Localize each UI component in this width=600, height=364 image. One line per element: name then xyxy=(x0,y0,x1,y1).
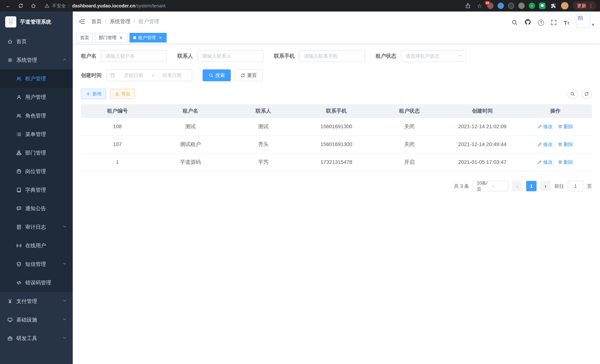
tenant-name-input[interactable] xyxy=(101,50,167,62)
search-toggle-button[interactable] xyxy=(567,89,578,99)
tab-tenant[interactable]: 租户管理 × xyxy=(130,33,167,42)
caret-down-icon: ▾ xyxy=(592,23,594,28)
sidebar-item-user[interactable]: 用户管理 xyxy=(0,88,73,106)
help-icon[interactable]: ? xyxy=(538,20,544,29)
edit-button[interactable]: 修改 xyxy=(537,123,553,130)
status-select[interactable]: 请选择租户状态 xyxy=(401,50,467,62)
app-title: 芋道管理系统 xyxy=(20,18,51,25)
prev-page-button[interactable]: ‹ xyxy=(512,181,523,191)
extension-icon-adblock[interactable]: 10 xyxy=(487,3,494,9)
signal-icon xyxy=(16,243,21,248)
date-separator: - xyxy=(152,73,154,78)
sidebar-item-label: 支付管理 xyxy=(16,298,37,305)
tab-home[interactable]: 首页 xyxy=(76,33,93,42)
url-host: dashboard.yudao.iocoder.cn xyxy=(72,3,135,8)
cell-created: 2021-12-14 21:02:09 xyxy=(446,118,519,135)
chevron-down-icon xyxy=(62,298,67,304)
sidebar-item-audit-log[interactable]: 审计日志 xyxy=(0,218,73,236)
bookmark-star-icon[interactable]: ☆ xyxy=(476,1,483,10)
browser-profile-avatar[interactable] xyxy=(561,2,568,9)
browser-home-icon[interactable] xyxy=(29,1,38,10)
sidebar-item-sms[interactable]: 短信管理 xyxy=(0,255,73,273)
reset-button[interactable]: 重置 xyxy=(234,69,263,81)
sidebar-item-system[interactable]: 系统管理 xyxy=(0,51,73,69)
extension-icon-blue[interactable] xyxy=(497,3,504,9)
next-page-button[interactable]: › xyxy=(540,181,551,191)
sidebar-item-home[interactable]: 首页 xyxy=(0,32,73,51)
chevron-up-icon xyxy=(62,57,67,63)
close-icon[interactable]: × xyxy=(118,35,123,40)
contact-input[interactable] xyxy=(197,50,263,62)
tab-label: 租户管理 xyxy=(138,35,156,41)
sidebar-collapse-icon[interactable] xyxy=(79,18,85,25)
sidebar-item-post[interactable]: 岗位管理 xyxy=(0,162,73,181)
column-header-phone: 联系手机 xyxy=(300,104,373,118)
sidebar-item-tenant[interactable]: 租户管理 xyxy=(0,69,73,88)
sidebar-item-infra[interactable]: 基础设施 xyxy=(0,311,73,329)
edit-button[interactable]: 修改 xyxy=(537,159,553,166)
font-size-icon[interactable]: TT xyxy=(564,20,569,29)
sidebar-item-label: 系统管理 xyxy=(16,56,37,64)
date-range-picker[interactable]: 开始日期 - 结束日期 xyxy=(106,69,192,81)
delete-button[interactable]: 删除 xyxy=(558,159,573,166)
tenant-name-label: 租户名 xyxy=(81,53,96,60)
page-size-select[interactable]: 10条/页 xyxy=(473,181,508,191)
fullscreen-icon[interactable] xyxy=(551,19,557,29)
page-number-1[interactable]: 1 xyxy=(526,181,536,191)
goto-page-input[interactable] xyxy=(568,181,583,191)
delete-button[interactable]: 删除 xyxy=(558,141,573,148)
github-icon[interactable] xyxy=(524,19,531,29)
sidebar-item-role[interactable]: 角色管理 xyxy=(0,106,73,125)
role-icon xyxy=(16,113,21,118)
tab-dept[interactable]: 部门管理 × xyxy=(95,33,127,42)
code-icon xyxy=(16,280,21,285)
share-icon[interactable] xyxy=(464,1,472,10)
table-refresh-button[interactable] xyxy=(581,89,592,99)
trash-icon xyxy=(558,160,562,164)
sidebar-item-dept[interactable]: 部门管理 xyxy=(0,144,73,162)
sidebar-item-notice[interactable]: 通知公告 xyxy=(0,199,73,218)
yen-icon xyxy=(7,299,13,304)
sidebar-item-error-code[interactable]: 错误码管理 xyxy=(0,273,73,292)
user-avatar-menu[interactable]: ▾ xyxy=(576,14,594,29)
breadcrumb-system[interactable]: 系统管理 xyxy=(110,18,131,25)
cell-created: 2021-01-05 17:03:47 xyxy=(446,153,519,171)
search-icon[interactable] xyxy=(511,19,518,29)
reload-icon[interactable] xyxy=(16,1,25,10)
menu-list-icon xyxy=(16,132,21,137)
sidebar-item-devtools[interactable]: 研发工具 xyxy=(0,329,73,348)
tab-label: 部门管理 xyxy=(99,35,116,41)
extension-icon-chat[interactable]: 💬 xyxy=(539,3,545,9)
sidebar-item-payment[interactable]: 支付管理 xyxy=(0,292,73,311)
chevron-down-icon xyxy=(62,336,67,341)
contact-label: 联系人 xyxy=(177,53,193,60)
top-navbar: 首页 / 系统管理 / 租户管理 ? TT ▾ xyxy=(73,11,600,32)
close-icon[interactable]: × xyxy=(158,35,163,40)
browser-update-button[interactable]: 更新 ⋮ xyxy=(572,1,596,10)
cell-status: 开启 xyxy=(373,153,446,171)
start-date-placeholder: 开始日期 xyxy=(117,72,150,79)
badge-icon xyxy=(16,169,21,174)
edit-button[interactable]: 修改 xyxy=(537,141,553,148)
extension-icon-green-circle[interactable]: ✓ xyxy=(529,3,535,9)
pencil-icon xyxy=(537,142,542,147)
extension-icon-dark[interactable] xyxy=(508,3,514,9)
extension-icon-olive[interactable] xyxy=(518,3,525,9)
sidebar-item-label: 通知公告 xyxy=(25,205,46,212)
export-button[interactable]: 导出 xyxy=(110,89,135,99)
table-row: 108 测试 测试 15601691300 关闭 2021-12-14 21:0… xyxy=(81,118,592,135)
sidebar-item-online-users[interactable]: 在线用户 xyxy=(0,236,73,255)
back-icon[interactable]: ← xyxy=(4,1,13,10)
sidebar-item-menu[interactable]: 菜单管理 xyxy=(0,125,73,144)
phone-input[interactable] xyxy=(299,50,365,62)
address-bar[interactable]: 不安全 | dashboard.yudao.iocoder.cn/system/… xyxy=(45,3,166,9)
sidebar-item-dict[interactable]: 字典管理 xyxy=(0,181,73,199)
add-button[interactable]: 新增 xyxy=(81,89,106,99)
update-label: 更新 xyxy=(577,3,586,9)
pencil-icon xyxy=(537,124,542,129)
delete-button[interactable]: 删除 xyxy=(558,123,573,130)
kebab-menu-icon[interactable]: ⋮ xyxy=(589,3,593,9)
search-button[interactable]: 搜索 xyxy=(203,69,231,81)
extensions-puzzle-icon[interactable] xyxy=(550,1,557,10)
breadcrumb-home[interactable]: 首页 xyxy=(91,18,102,25)
